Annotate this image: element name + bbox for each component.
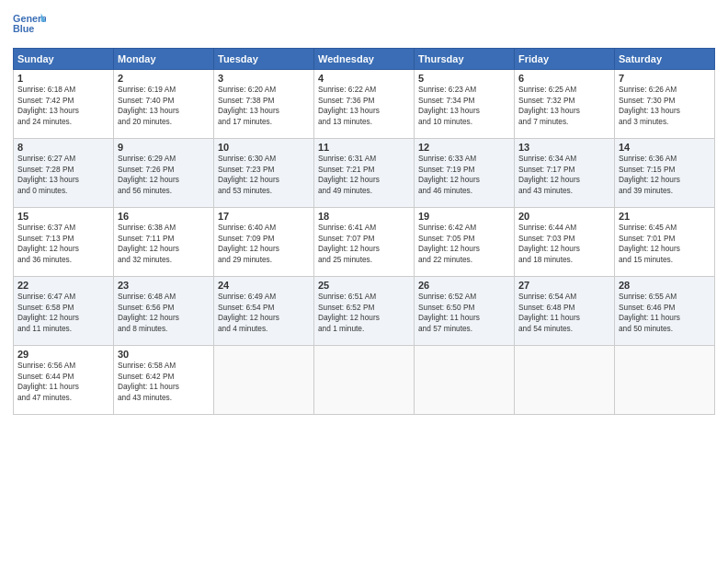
calendar-cell: 6Sunrise: 6:25 AM Sunset: 7:32 PM Daylig… (515, 70, 615, 139)
calendar-cell: 16Sunrise: 6:38 AM Sunset: 7:11 PM Dayli… (114, 208, 214, 277)
calendar-cell: 17Sunrise: 6:40 AM Sunset: 7:09 PM Dayli… (214, 208, 314, 277)
weekday-header-wednesday: Wednesday (314, 49, 415, 70)
day-number: 27 (518, 280, 610, 291)
calendar-cell: 23Sunrise: 6:48 AM Sunset: 6:56 PM Dayli… (114, 277, 214, 346)
day-info: Sunrise: 6:44 AM Sunset: 7:03 PM Dayligh… (518, 223, 610, 265)
day-number: 5 (418, 73, 510, 84)
weekday-header-sunday: Sunday (14, 49, 114, 70)
calendar-cell: 4Sunrise: 6:22 AM Sunset: 7:36 PM Daylig… (314, 70, 415, 139)
day-number: 29 (17, 349, 109, 360)
calendar-cell: 28Sunrise: 6:55 AM Sunset: 6:46 PM Dayli… (615, 277, 715, 346)
day-info: Sunrise: 6:47 AM Sunset: 6:58 PM Dayligh… (17, 292, 109, 334)
day-number: 1 (17, 73, 109, 84)
calendar-cell: 9Sunrise: 6:29 AM Sunset: 7:26 PM Daylig… (114, 139, 214, 208)
day-number: 12 (418, 142, 510, 153)
day-number: 25 (318, 280, 410, 291)
day-info: Sunrise: 6:27 AM Sunset: 7:28 PM Dayligh… (17, 154, 109, 196)
day-number: 10 (218, 142, 310, 153)
day-number: 3 (218, 73, 310, 84)
calendar-cell: 8Sunrise: 6:27 AM Sunset: 7:28 PM Daylig… (14, 139, 114, 208)
day-info: Sunrise: 6:26 AM Sunset: 7:30 PM Dayligh… (619, 85, 711, 127)
calendar-cell (314, 346, 415, 415)
calendar-cell: 29Sunrise: 6:56 AM Sunset: 6:44 PM Dayli… (14, 346, 114, 415)
day-info: Sunrise: 6:36 AM Sunset: 7:15 PM Dayligh… (619, 154, 711, 196)
day-number: 8 (17, 142, 109, 153)
day-info: Sunrise: 6:20 AM Sunset: 7:38 PM Dayligh… (218, 85, 310, 127)
day-info: Sunrise: 6:38 AM Sunset: 7:11 PM Dayligh… (118, 223, 210, 265)
day-info: Sunrise: 6:45 AM Sunset: 7:01 PM Dayligh… (619, 223, 711, 265)
day-info: Sunrise: 6:19 AM Sunset: 7:40 PM Dayligh… (118, 85, 210, 127)
calendar-cell (615, 346, 715, 415)
day-number: 6 (518, 73, 610, 84)
calendar-cell: 13Sunrise: 6:34 AM Sunset: 7:17 PM Dayli… (515, 139, 615, 208)
calendar-cell: 5Sunrise: 6:23 AM Sunset: 7:34 PM Daylig… (415, 70, 515, 139)
day-number: 9 (118, 142, 210, 153)
day-info: Sunrise: 6:33 AM Sunset: 7:19 PM Dayligh… (418, 154, 510, 196)
day-info: Sunrise: 6:41 AM Sunset: 7:07 PM Dayligh… (318, 223, 410, 265)
day-info: Sunrise: 6:52 AM Sunset: 6:50 PM Dayligh… (418, 292, 510, 334)
day-number: 14 (619, 142, 711, 153)
calendar-cell: 11Sunrise: 6:31 AM Sunset: 7:21 PM Dayli… (314, 139, 415, 208)
logo: General Blue (13, 9, 46, 42)
day-info: Sunrise: 6:54 AM Sunset: 6:48 PM Dayligh… (518, 292, 610, 334)
day-number: 24 (218, 280, 310, 291)
logo-icon: General Blue (13, 9, 46, 42)
day-info: Sunrise: 6:48 AM Sunset: 6:56 PM Dayligh… (118, 292, 210, 334)
day-number: 2 (118, 73, 210, 84)
calendar-cell: 2Sunrise: 6:19 AM Sunset: 7:40 PM Daylig… (114, 70, 214, 139)
day-number: 22 (17, 280, 109, 291)
calendar-cell: 3Sunrise: 6:20 AM Sunset: 7:38 PM Daylig… (214, 70, 314, 139)
day-number: 28 (619, 280, 711, 291)
calendar-cell: 21Sunrise: 6:45 AM Sunset: 7:01 PM Dayli… (615, 208, 715, 277)
calendar-cell: 1Sunrise: 6:18 AM Sunset: 7:42 PM Daylig… (14, 70, 114, 139)
day-info: Sunrise: 6:56 AM Sunset: 6:44 PM Dayligh… (17, 361, 109, 403)
day-info: Sunrise: 6:30 AM Sunset: 7:23 PM Dayligh… (218, 154, 310, 196)
calendar-cell (415, 346, 515, 415)
day-number: 18 (318, 211, 410, 222)
day-number: 16 (118, 211, 210, 222)
day-info: Sunrise: 6:49 AM Sunset: 6:54 PM Dayligh… (218, 292, 310, 334)
calendar-cell: 26Sunrise: 6:52 AM Sunset: 6:50 PM Dayli… (415, 277, 515, 346)
day-info: Sunrise: 6:40 AM Sunset: 7:09 PM Dayligh… (218, 223, 310, 265)
day-info: Sunrise: 6:42 AM Sunset: 7:05 PM Dayligh… (418, 223, 510, 265)
calendar-cell (515, 346, 615, 415)
day-info: Sunrise: 6:18 AM Sunset: 7:42 PM Dayligh… (17, 85, 109, 127)
day-number: 7 (619, 73, 711, 84)
calendar-cell: 14Sunrise: 6:36 AM Sunset: 7:15 PM Dayli… (615, 139, 715, 208)
calendar-cell: 12Sunrise: 6:33 AM Sunset: 7:19 PM Dayli… (415, 139, 515, 208)
calendar-cell: 7Sunrise: 6:26 AM Sunset: 7:30 PM Daylig… (615, 70, 715, 139)
day-number: 26 (418, 280, 510, 291)
day-number: 15 (17, 211, 109, 222)
calendar-cell: 19Sunrise: 6:42 AM Sunset: 7:05 PM Dayli… (415, 208, 515, 277)
calendar-cell: 27Sunrise: 6:54 AM Sunset: 6:48 PM Dayli… (515, 277, 615, 346)
calendar-cell: 30Sunrise: 6:58 AM Sunset: 6:42 PM Dayli… (114, 346, 214, 415)
day-number: 17 (218, 211, 310, 222)
calendar-cell: 20Sunrise: 6:44 AM Sunset: 7:03 PM Dayli… (515, 208, 615, 277)
weekday-header-monday: Monday (114, 49, 214, 70)
calendar-cell (214, 346, 314, 415)
day-info: Sunrise: 6:22 AM Sunset: 7:36 PM Dayligh… (318, 85, 410, 127)
weekday-header-thursday: Thursday (415, 49, 515, 70)
calendar-cell: 15Sunrise: 6:37 AM Sunset: 7:13 PM Dayli… (14, 208, 114, 277)
day-number: 30 (118, 349, 210, 360)
weekday-header-friday: Friday (515, 49, 615, 70)
day-info: Sunrise: 6:31 AM Sunset: 7:21 PM Dayligh… (318, 154, 410, 196)
day-number: 20 (518, 211, 610, 222)
calendar-cell: 10Sunrise: 6:30 AM Sunset: 7:23 PM Dayli… (214, 139, 314, 208)
day-number: 23 (118, 280, 210, 291)
weekday-header-tuesday: Tuesday (214, 49, 314, 70)
calendar-cell: 18Sunrise: 6:41 AM Sunset: 7:07 PM Dayli… (314, 208, 415, 277)
day-info: Sunrise: 6:25 AM Sunset: 7:32 PM Dayligh… (518, 85, 610, 127)
calendar-cell: 22Sunrise: 6:47 AM Sunset: 6:58 PM Dayli… (14, 277, 114, 346)
calendar-cell: 25Sunrise: 6:51 AM Sunset: 6:52 PM Dayli… (314, 277, 415, 346)
calendar-table: SundayMondayTuesdayWednesdayThursdayFrid… (13, 48, 715, 415)
svg-text:Blue: Blue (13, 23, 34, 34)
day-info: Sunrise: 6:23 AM Sunset: 7:34 PM Dayligh… (418, 85, 510, 127)
calendar-cell: 24Sunrise: 6:49 AM Sunset: 6:54 PM Dayli… (214, 277, 314, 346)
day-info: Sunrise: 6:37 AM Sunset: 7:13 PM Dayligh… (17, 223, 109, 265)
day-number: 4 (318, 73, 410, 84)
day-number: 21 (619, 211, 711, 222)
day-info: Sunrise: 6:51 AM Sunset: 6:52 PM Dayligh… (318, 292, 410, 334)
day-info: Sunrise: 6:34 AM Sunset: 7:17 PM Dayligh… (518, 154, 610, 196)
weekday-header-saturday: Saturday (615, 49, 715, 70)
